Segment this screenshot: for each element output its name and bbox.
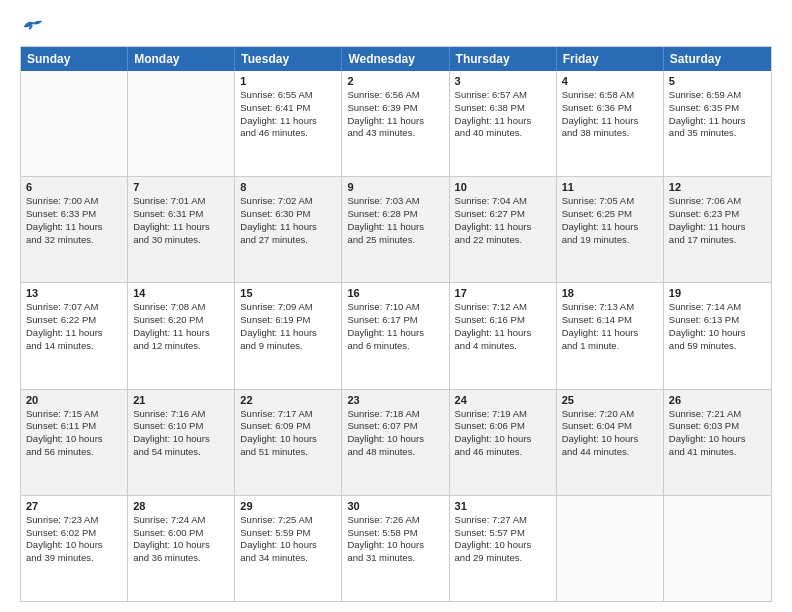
sunrise-text: Sunrise: 7:02 AM bbox=[240, 195, 336, 208]
sunrise-text: Sunrise: 7:13 AM bbox=[562, 301, 658, 314]
sunset-text: Sunset: 6:04 PM bbox=[562, 420, 658, 433]
calendar-cell: 16 Sunrise: 7:10 AM Sunset: 6:17 PM Dayl… bbox=[342, 283, 449, 388]
daylight-text: Daylight: 10 hours bbox=[347, 539, 443, 552]
sunset-text: Sunset: 6:14 PM bbox=[562, 314, 658, 327]
sunrise-text: Sunrise: 6:57 AM bbox=[455, 89, 551, 102]
calendar-cell: 17 Sunrise: 7:12 AM Sunset: 6:16 PM Dayl… bbox=[450, 283, 557, 388]
day-number: 3 bbox=[455, 75, 551, 87]
sunset-text: Sunset: 5:57 PM bbox=[455, 527, 551, 540]
sunrise-text: Sunrise: 6:56 AM bbox=[347, 89, 443, 102]
day-header-thursday: Thursday bbox=[450, 47, 557, 71]
daylight-minutes: and 35 minutes. bbox=[669, 127, 766, 140]
sunset-text: Sunset: 6:25 PM bbox=[562, 208, 658, 221]
calendar-cell: 20 Sunrise: 7:15 AM Sunset: 6:11 PM Dayl… bbox=[21, 390, 128, 495]
calendar-row: 27 Sunrise: 7:23 AM Sunset: 6:02 PM Dayl… bbox=[21, 495, 771, 601]
daylight-text: Daylight: 10 hours bbox=[240, 433, 336, 446]
day-number: 6 bbox=[26, 181, 122, 193]
day-number: 12 bbox=[669, 181, 766, 193]
sunset-text: Sunset: 6:38 PM bbox=[455, 102, 551, 115]
sunrise-text: Sunrise: 7:06 AM bbox=[669, 195, 766, 208]
day-number: 15 bbox=[240, 287, 336, 299]
day-header-sunday: Sunday bbox=[21, 47, 128, 71]
sunrise-text: Sunrise: 7:05 AM bbox=[562, 195, 658, 208]
sunrise-text: Sunrise: 7:14 AM bbox=[669, 301, 766, 314]
daylight-minutes: and 4 minutes. bbox=[455, 340, 551, 353]
sunrise-text: Sunrise: 7:01 AM bbox=[133, 195, 229, 208]
daylight-minutes: and 1 minute. bbox=[562, 340, 658, 353]
sunrise-text: Sunrise: 7:00 AM bbox=[26, 195, 122, 208]
calendar-cell: 26 Sunrise: 7:21 AM Sunset: 6:03 PM Dayl… bbox=[664, 390, 771, 495]
calendar-cell: 29 Sunrise: 7:25 AM Sunset: 5:59 PM Dayl… bbox=[235, 496, 342, 601]
sunrise-text: Sunrise: 7:09 AM bbox=[240, 301, 336, 314]
sunset-text: Sunset: 6:02 PM bbox=[26, 527, 122, 540]
day-number: 27 bbox=[26, 500, 122, 512]
calendar-cell bbox=[664, 496, 771, 601]
daylight-minutes: and 27 minutes. bbox=[240, 234, 336, 247]
daylight-text: Daylight: 11 hours bbox=[455, 221, 551, 234]
daylight-minutes: and 17 minutes. bbox=[669, 234, 766, 247]
page: SundayMondayTuesdayWednesdayThursdayFrid… bbox=[0, 0, 792, 612]
daylight-minutes: and 56 minutes. bbox=[26, 446, 122, 459]
calendar-cell: 6 Sunrise: 7:00 AM Sunset: 6:33 PM Dayli… bbox=[21, 177, 128, 282]
daylight-minutes: and 51 minutes. bbox=[240, 446, 336, 459]
daylight-text: Daylight: 11 hours bbox=[455, 115, 551, 128]
sunset-text: Sunset: 6:31 PM bbox=[133, 208, 229, 221]
daylight-text: Daylight: 11 hours bbox=[26, 221, 122, 234]
sunrise-text: Sunrise: 7:20 AM bbox=[562, 408, 658, 421]
daylight-text: Daylight: 11 hours bbox=[347, 221, 443, 234]
calendar-cell: 4 Sunrise: 6:58 AM Sunset: 6:36 PM Dayli… bbox=[557, 71, 664, 176]
sunrise-text: Sunrise: 7:24 AM bbox=[133, 514, 229, 527]
calendar-cell: 7 Sunrise: 7:01 AM Sunset: 6:31 PM Dayli… bbox=[128, 177, 235, 282]
calendar-row: 1 Sunrise: 6:55 AM Sunset: 6:41 PM Dayli… bbox=[21, 71, 771, 176]
daylight-minutes: and 59 minutes. bbox=[669, 340, 766, 353]
calendar-cell: 3 Sunrise: 6:57 AM Sunset: 6:38 PM Dayli… bbox=[450, 71, 557, 176]
day-number: 24 bbox=[455, 394, 551, 406]
daylight-text: Daylight: 11 hours bbox=[240, 327, 336, 340]
day-number: 7 bbox=[133, 181, 229, 193]
daylight-text: Daylight: 11 hours bbox=[455, 327, 551, 340]
sunset-text: Sunset: 6:07 PM bbox=[347, 420, 443, 433]
calendar-cell: 23 Sunrise: 7:18 AM Sunset: 6:07 PM Dayl… bbox=[342, 390, 449, 495]
daylight-text: Daylight: 10 hours bbox=[347, 433, 443, 446]
daylight-text: Daylight: 11 hours bbox=[240, 221, 336, 234]
daylight-text: Daylight: 11 hours bbox=[562, 327, 658, 340]
calendar-cell: 28 Sunrise: 7:24 AM Sunset: 6:00 PM Dayl… bbox=[128, 496, 235, 601]
calendar-row: 20 Sunrise: 7:15 AM Sunset: 6:11 PM Dayl… bbox=[21, 389, 771, 495]
day-number: 18 bbox=[562, 287, 658, 299]
sunrise-text: Sunrise: 7:26 AM bbox=[347, 514, 443, 527]
sunset-text: Sunset: 6:00 PM bbox=[133, 527, 229, 540]
calendar-row: 6 Sunrise: 7:00 AM Sunset: 6:33 PM Dayli… bbox=[21, 176, 771, 282]
day-number: 17 bbox=[455, 287, 551, 299]
sunrise-text: Sunrise: 6:59 AM bbox=[669, 89, 766, 102]
day-number: 19 bbox=[669, 287, 766, 299]
daylight-minutes: and 36 minutes. bbox=[133, 552, 229, 565]
calendar: SundayMondayTuesdayWednesdayThursdayFrid… bbox=[20, 46, 772, 602]
sunrise-text: Sunrise: 7:19 AM bbox=[455, 408, 551, 421]
calendar-cell: 15 Sunrise: 7:09 AM Sunset: 6:19 PM Dayl… bbox=[235, 283, 342, 388]
sunrise-text: Sunrise: 7:07 AM bbox=[26, 301, 122, 314]
daylight-text: Daylight: 10 hours bbox=[26, 433, 122, 446]
sunset-text: Sunset: 6:41 PM bbox=[240, 102, 336, 115]
daylight-minutes: and 38 minutes. bbox=[562, 127, 658, 140]
daylight-text: Daylight: 11 hours bbox=[133, 221, 229, 234]
sunset-text: Sunset: 6:06 PM bbox=[455, 420, 551, 433]
daylight-minutes: and 41 minutes. bbox=[669, 446, 766, 459]
daylight-minutes: and 34 minutes. bbox=[240, 552, 336, 565]
day-header-tuesday: Tuesday bbox=[235, 47, 342, 71]
daylight-text: Daylight: 11 hours bbox=[133, 327, 229, 340]
day-number: 2 bbox=[347, 75, 443, 87]
day-number: 28 bbox=[133, 500, 229, 512]
day-number: 5 bbox=[669, 75, 766, 87]
daylight-minutes: and 48 minutes. bbox=[347, 446, 443, 459]
calendar-cell: 19 Sunrise: 7:14 AM Sunset: 6:13 PM Dayl… bbox=[664, 283, 771, 388]
sunset-text: Sunset: 6:22 PM bbox=[26, 314, 122, 327]
calendar-cell: 31 Sunrise: 7:27 AM Sunset: 5:57 PM Dayl… bbox=[450, 496, 557, 601]
calendar-cell bbox=[21, 71, 128, 176]
sunrise-text: Sunrise: 7:23 AM bbox=[26, 514, 122, 527]
logo-bird-icon bbox=[22, 18, 44, 36]
sunset-text: Sunset: 6:10 PM bbox=[133, 420, 229, 433]
calendar-cell: 10 Sunrise: 7:04 AM Sunset: 6:27 PM Dayl… bbox=[450, 177, 557, 282]
sunset-text: Sunset: 6:16 PM bbox=[455, 314, 551, 327]
calendar-cell: 18 Sunrise: 7:13 AM Sunset: 6:14 PM Dayl… bbox=[557, 283, 664, 388]
sunset-text: Sunset: 6:27 PM bbox=[455, 208, 551, 221]
